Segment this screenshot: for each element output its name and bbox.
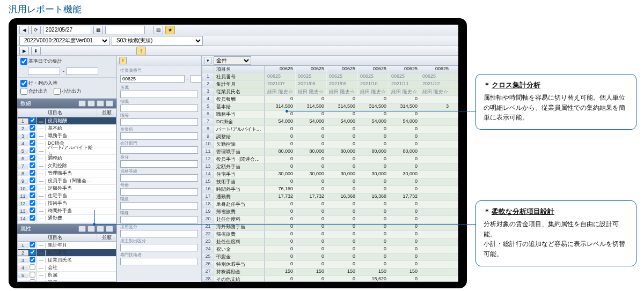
range-from[interactable] bbox=[28, 68, 60, 75]
field-input[interactable] bbox=[120, 202, 198, 210]
row-check[interactable] bbox=[30, 162, 35, 168]
row-check[interactable] bbox=[30, 207, 35, 213]
range-to[interactable] bbox=[66, 68, 98, 75]
aux-input[interactable] bbox=[105, 26, 145, 34]
run-icon[interactable]: ▶ bbox=[19, 47, 29, 55]
opt-row-col-swap[interactable]: 行・列の入替 bbox=[20, 80, 57, 87]
date-picker-icon[interactable]: ▦ bbox=[93, 26, 103, 34]
numeric-row[interactable]: 7—欠勤控除 bbox=[18, 162, 116, 170]
row-check[interactable] bbox=[30, 185, 35, 190]
panel-tool-icon[interactable] bbox=[106, 100, 113, 107]
attr-row[interactable]: 4—会社 bbox=[18, 264, 116, 272]
attr-row[interactable]: 3—従業員氏名 bbox=[18, 257, 116, 264]
nav-back-icon[interactable]: ◀ bbox=[19, 26, 29, 34]
tool-icon-2[interactable]: ★ bbox=[165, 26, 175, 34]
data-row[interactable]: 4役員報酬00000 bbox=[202, 96, 458, 103]
row-check[interactable] bbox=[30, 257, 35, 262]
numeric-row[interactable]: 11—住宅手当 bbox=[18, 192, 116, 200]
data-row[interactable]: 11管理職手当80,00080,00080,00080,00080,000 bbox=[202, 148, 458, 156]
row-check[interactable] bbox=[30, 279, 35, 282]
data-row[interactable]: 12役員手当（関連会…00000 bbox=[202, 156, 458, 163]
field-input[interactable] bbox=[120, 91, 198, 98]
field-input[interactable] bbox=[120, 146, 198, 154]
opt-subtotal-out[interactable]: 小計出力 bbox=[54, 88, 81, 95]
data-row[interactable]: 23赴任仕度料00000 bbox=[202, 238, 458, 246]
row-check[interactable] bbox=[30, 132, 35, 138]
field-input[interactable] bbox=[120, 244, 198, 251]
date-input[interactable] bbox=[43, 26, 91, 34]
filter-select[interactable]: 全件 bbox=[214, 56, 251, 65]
numeric-row[interactable]: 2—基本給 bbox=[18, 125, 116, 132]
opt-total-out[interactable]: 合計出力 bbox=[20, 88, 48, 95]
data-row[interactable]: 28その他支給00015,6200 bbox=[202, 276, 458, 282]
panel-tool-icon[interactable] bbox=[78, 226, 86, 232]
row-check[interactable] bbox=[30, 170, 35, 175]
data-row[interactable]: 27持株奨励金150150150150150 bbox=[202, 268, 458, 276]
search-select[interactable]: S03:検索(実績) bbox=[112, 36, 203, 46]
panel-tool-icon[interactable] bbox=[87, 100, 95, 107]
opt-total-out-check[interactable] bbox=[20, 88, 27, 95]
data-row[interactable]: 20赴任仕度料00000 bbox=[202, 216, 458, 223]
row-check[interactable] bbox=[30, 215, 35, 220]
data-row[interactable]: 24祝い金00000 bbox=[202, 246, 458, 253]
refresh-icon[interactable]: ⟳ bbox=[31, 26, 41, 34]
data-row[interactable]: 10欠勤控除00000 bbox=[202, 141, 458, 148]
filter-icon[interactable]: ▾ bbox=[204, 57, 211, 64]
attr-row[interactable]: 5—所属 bbox=[18, 272, 116, 279]
numeric-row[interactable]: 13—時間外手当 bbox=[18, 207, 116, 215]
row-check[interactable] bbox=[30, 242, 35, 247]
data-row[interactable]: 16時間外手当76,1600000 bbox=[202, 186, 458, 193]
row-check[interactable] bbox=[30, 117, 35, 123]
data-row[interactable]: 14住宅手当30,00030,00030,00030,00030,000 bbox=[202, 171, 458, 178]
field-input[interactable] bbox=[120, 188, 198, 196]
data-row[interactable]: 5基本給314,500314,500314,500314,500314,5003 bbox=[202, 103, 458, 111]
field-input[interactable] bbox=[120, 105, 198, 112]
opt-row-col-swap-check[interactable] bbox=[20, 80, 27, 87]
row-check[interactable] bbox=[30, 192, 35, 198]
data-row[interactable]: 18単身赴任手当00000 bbox=[202, 201, 458, 208]
field-input[interactable] bbox=[120, 174, 198, 182]
panel-tool-icon[interactable] bbox=[106, 226, 113, 232]
numeric-row[interactable]: 12—技術手当 bbox=[18, 200, 116, 207]
row-check[interactable] bbox=[30, 200, 35, 205]
row-check[interactable] bbox=[30, 140, 35, 145]
data-row[interactable]: 26特別休暇手当00000 bbox=[202, 261, 458, 268]
row-check[interactable] bbox=[30, 147, 35, 153]
row-check[interactable] bbox=[30, 249, 35, 255]
field-input[interactable] bbox=[120, 216, 198, 223]
field-input[interactable] bbox=[120, 118, 198, 126]
numeric-row[interactable]: 14—通勤費 bbox=[18, 215, 116, 222]
data-row[interactable]: 7DC掛金54,00054,00054,00054,00054,000 bbox=[202, 118, 458, 126]
field-input[interactable] bbox=[120, 132, 198, 140]
row-check[interactable] bbox=[30, 155, 35, 160]
data-row[interactable]: 17通勤費17,73217,73216,36816,36817,732 bbox=[202, 193, 458, 201]
numeric-row[interactable]: 10—定額外手当 bbox=[18, 185, 116, 192]
data-row[interactable]: 21海外勤務手当00000 bbox=[202, 223, 458, 231]
numeric-grid[interactable]: 項目名 並順 1▬役員報酬2—基本給3—職務手当4—DC掛金5—パート/アルバイ… bbox=[17, 108, 116, 224]
data-row[interactable]: 13定額外手当00000 bbox=[202, 163, 458, 171]
numeric-row[interactable]: 6—調整給 bbox=[18, 155, 116, 162]
warning-icon[interactable]: ! bbox=[119, 57, 127, 64]
attr-row[interactable]: 2—社員番号 bbox=[18, 249, 116, 257]
numeric-row[interactable]: 1▬役員報酬 bbox=[18, 117, 116, 125]
panel-tool-icon[interactable] bbox=[97, 226, 104, 232]
field-input[interactable] bbox=[120, 230, 198, 237]
empno-to[interactable] bbox=[191, 75, 201, 83]
numeric-row[interactable]: 3—職務手当 bbox=[18, 132, 116, 140]
panel-tool-icon[interactable] bbox=[78, 100, 86, 107]
data-row[interactable]: 19帰省旅費00000 bbox=[202, 208, 458, 216]
empno-from[interactable] bbox=[120, 75, 185, 83]
row-check[interactable] bbox=[30, 177, 35, 183]
row-check[interactable] bbox=[30, 264, 35, 270]
tool-icon-1[interactable]: ▤ bbox=[153, 26, 163, 34]
numeric-row[interactable]: 8—管理職手当 bbox=[18, 170, 116, 177]
opt-base-aggregate-check[interactable] bbox=[20, 58, 27, 65]
data-row[interactable]: 25弔慰金00000 bbox=[202, 253, 458, 261]
data-row[interactable]: 1社員番号006250062500625006250062500625 bbox=[202, 73, 458, 81]
data-row[interactable]: 3従業員氏名経田 隆史☆経田 隆史☆経田 隆史☆経田 隆史☆経田 隆史☆経田 隆… bbox=[202, 88, 458, 96]
version-select[interactable]: 2022V0010:2022年度Ver001 bbox=[19, 36, 109, 46]
data-row[interactable]: 15技術手当00000 bbox=[202, 178, 458, 186]
opt-subtotal-out-check[interactable] bbox=[54, 88, 61, 95]
warning-icon[interactable]: ! bbox=[136, 47, 146, 55]
data-row[interactable]: 9調整給00000 bbox=[202, 133, 458, 141]
